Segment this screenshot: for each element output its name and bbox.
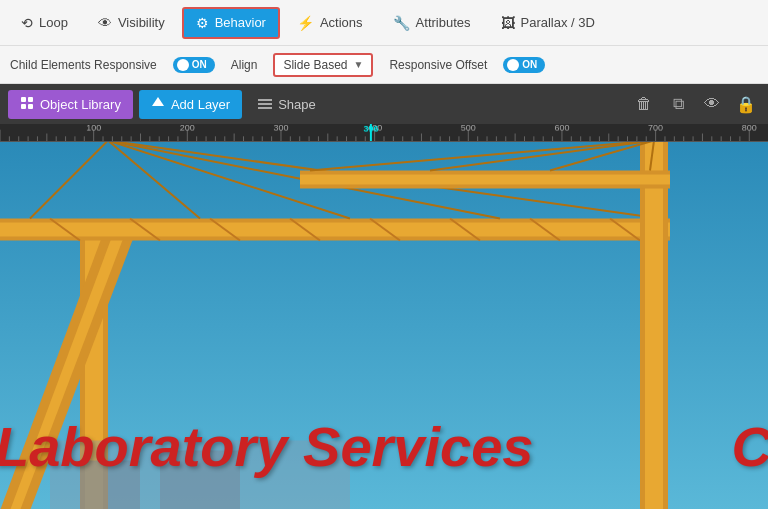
attributes-label: Attributes	[416, 15, 471, 30]
svg-rect-0	[21, 97, 26, 102]
copy-button[interactable]: ⧉	[664, 90, 692, 118]
svg-rect-3	[28, 104, 33, 109]
svg-rect-28	[300, 175, 670, 185]
loop-icon: ⟲	[21, 15, 33, 31]
svg-rect-1	[28, 97, 33, 102]
slide-text-right: Cor	[732, 414, 768, 479]
behavior-button[interactable]: ⚙ Behavior	[182, 7, 280, 39]
svg-rect-26	[645, 142, 663, 509]
loop-label: Loop	[39, 15, 68, 30]
add-layer-button[interactable]: Add Layer	[139, 90, 242, 119]
canvas-area: Laboratory Services Cor	[0, 142, 768, 509]
second-toolbar: Child Elements Responsive ON Align Slide…	[0, 46, 768, 84]
parallax-icon: 🖼	[501, 15, 515, 31]
lock-button[interactable]: 🔒	[732, 90, 760, 118]
child-elements-toggle[interactable]: ON	[173, 57, 215, 73]
lock-icon: 🔒	[736, 95, 756, 114]
toggle-knob	[177, 59, 189, 71]
parallax-button[interactable]: 🖼 Parallax / 3D	[488, 8, 608, 38]
child-elements-label: Child Elements Responsive	[10, 58, 157, 72]
attributes-button[interactable]: 🔧 Attributes	[380, 8, 484, 38]
actions-label: Actions	[320, 15, 363, 30]
align-label: Align	[231, 58, 258, 72]
object-library-button[interactable]: Object Library	[8, 90, 133, 119]
svg-rect-2	[21, 104, 26, 109]
top-toolbar: ⟲ Loop 👁 Visibility ⚙ Behavior ⚡ Actions…	[0, 0, 768, 46]
trash-icon: 🗑	[636, 95, 652, 113]
ruler-canvas	[0, 124, 768, 141]
object-library-label: Object Library	[40, 97, 121, 112]
behavior-icon: ⚙	[196, 15, 209, 31]
menu-line-2	[258, 103, 272, 105]
loop-button[interactable]: ⟲ Loop	[8, 8, 81, 38]
responsive-offset-toggle[interactable]: ON	[503, 57, 545, 73]
shape-section: Shape	[258, 97, 316, 112]
attributes-icon: 🔧	[393, 15, 410, 31]
visibility-button[interactable]: 👁 Visibility	[85, 8, 178, 38]
eye-button[interactable]: 👁	[698, 90, 726, 118]
menu-line-3	[258, 107, 272, 109]
ruler	[0, 124, 768, 142]
svg-marker-4	[152, 97, 164, 106]
slide-based-select[interactable]: Slide Based ▼	[273, 53, 373, 77]
third-toolbar: Object Library Add Layer Shape 🗑 ⧉ 👁 🔒	[0, 84, 768, 124]
menu-line-1	[258, 99, 272, 101]
actions-icon: ⚡	[297, 15, 314, 31]
delete-button[interactable]: 🗑	[630, 90, 658, 118]
object-library-icon	[20, 96, 34, 113]
responsive-offset-label: Responsive Offset	[389, 58, 487, 72]
actions-button[interactable]: ⚡ Actions	[284, 8, 376, 38]
add-layer-label: Add Layer	[171, 97, 230, 112]
visibility-label: Visibility	[118, 15, 165, 30]
toggle-on-label: ON	[192, 59, 207, 70]
eye-icon: 👁	[704, 95, 720, 113]
shape-label: Shape	[278, 97, 316, 112]
svg-rect-11	[0, 223, 670, 237]
shape-menu-icon[interactable]	[258, 99, 272, 109]
visibility-icon: 👁	[98, 15, 112, 31]
responsive-toggle-on-label: ON	[522, 59, 537, 70]
dropdown-arrow-icon: ▼	[353, 59, 363, 70]
slide-text-left: Laboratory Services	[0, 414, 533, 479]
behavior-label: Behavior	[215, 15, 266, 30]
responsive-toggle-knob	[507, 59, 519, 71]
add-layer-icon	[151, 96, 165, 113]
copy-icon: ⧉	[673, 95, 684, 113]
parallax-label: Parallax / 3D	[521, 15, 595, 30]
slide-based-label: Slide Based	[283, 58, 347, 72]
